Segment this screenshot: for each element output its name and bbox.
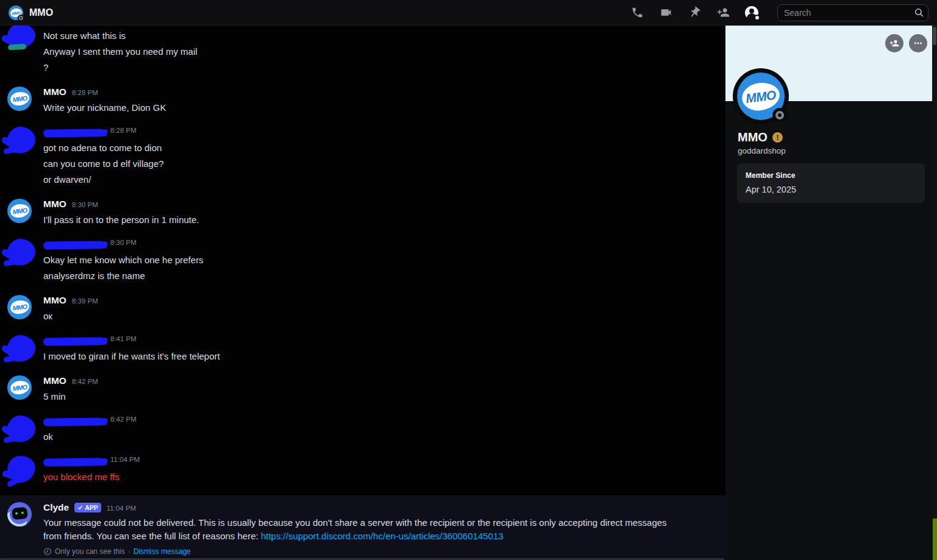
start-video-call-icon[interactable] xyxy=(659,6,672,19)
redacted-author-name[interactable] xyxy=(43,241,105,249)
offline-status-icon xyxy=(772,108,787,122)
clyde-avatar[interactable] xyxy=(7,502,32,526)
redacted-author-name[interactable] xyxy=(43,337,105,346)
offline-status-icon xyxy=(18,15,24,21)
message-group: 11:04 PM you blocked me ffs xyxy=(0,456,725,485)
search-input[interactable] xyxy=(777,4,928,21)
message-text: I'll pass it on to the person in 1 minut… xyxy=(43,212,716,228)
warning-badge-icon[interactable]: ! xyxy=(772,132,783,143)
message-timestamp: 8:30 PM xyxy=(110,239,137,246)
search-box xyxy=(777,4,928,21)
message-timestamp: 11:04 PM xyxy=(107,505,136,512)
redacted-avatar[interactable] xyxy=(5,414,37,444)
dm-title[interactable]: MMO xyxy=(29,7,53,18)
message-text: I moved to giran if he wants it's free t… xyxy=(43,349,716,364)
member-since-value: Apr 10, 2025 xyxy=(746,185,916,194)
profile-username: goddardshop xyxy=(738,146,786,155)
message-timestamp: 8:28 PM xyxy=(72,89,98,96)
add-friends-to-dm-icon[interactable] xyxy=(716,6,730,19)
add-friend-button[interactable] xyxy=(885,34,903,52)
user-profile-panel: MMO MMO ! goddardshop Member Since Apr 1… xyxy=(725,26,932,560)
search-icon xyxy=(914,7,924,18)
green-scrollbar-fragment xyxy=(933,519,937,560)
channel-header: MMO MMO xyxy=(0,0,937,26)
redacted-avatar[interactable] xyxy=(5,237,37,267)
message-scroller[interactable]: Not sure what this isAnyway I sent them … xyxy=(0,26,725,560)
redacted-author-name[interactable] xyxy=(43,417,105,426)
message-timestamp: 8:28 PM xyxy=(110,127,137,134)
author-name[interactable]: MMO xyxy=(43,375,66,386)
more-options-button[interactable] xyxy=(909,34,927,52)
redacted-avatar[interactable] xyxy=(5,333,37,363)
mmo-avatar[interactable]: MMO xyxy=(7,87,32,111)
message-list: Not sure what this isAnyway I sent them … xyxy=(0,28,725,485)
message-text: Okay let me know which one he prefers xyxy=(43,252,716,268)
message-text: can you come to d elf village? xyxy=(43,156,716,172)
message-group: 8:42 PM ok xyxy=(0,416,725,445)
message-timestamp: 8:39 PM xyxy=(72,297,98,305)
author-name[interactable]: MMO xyxy=(43,199,66,210)
message-group: MMO MMO8:28 PM Write your nickname, Dion… xyxy=(0,87,725,116)
message-timestamp: 8:30 PM xyxy=(72,201,98,208)
app-badge: APP xyxy=(74,503,101,512)
redacted-avatar[interactable] xyxy=(7,26,36,49)
message-text: ок xyxy=(43,308,716,324)
redacted-avatar[interactable] xyxy=(5,454,37,485)
message-text: Anyway I sent them you need my mail xyxy=(43,44,716,60)
message-text: 5 min xyxy=(43,389,716,405)
pinned-messages-icon[interactable] xyxy=(688,6,701,19)
message-group: 8:28 PM got no adena to come to dioncan … xyxy=(0,127,725,188)
message-timestamp: 11:04 PM xyxy=(110,456,140,463)
message-text: ok xyxy=(43,429,716,445)
author-name[interactable]: MMO xyxy=(43,87,66,97)
panel-scrollbar[interactable] xyxy=(932,26,937,560)
mmo-avatar[interactable]: MMO xyxy=(7,375,32,400)
message-timestamp: 8:42 PM xyxy=(72,378,98,385)
user-profile-icon[interactable] xyxy=(745,6,758,19)
member-since-card: Member Since Apr 10, 2025 xyxy=(737,163,925,203)
message-group: Not sure what this isAnyway I sent them … xyxy=(0,28,725,76)
clyde-ephemeral-message: Clyde APP 11:04 PM Your message could no… xyxy=(0,495,725,560)
discord-dm-window: MMO MMO xyxy=(0,0,937,560)
dm-avatar-small[interactable]: MMO xyxy=(9,5,23,20)
mmo-avatar[interactable]: MMO xyxy=(7,199,32,223)
scrollbar-thumb[interactable] xyxy=(933,27,936,45)
member-since-label: Member Since xyxy=(746,171,916,180)
ephemeral-note: Only you can see this xyxy=(55,547,125,556)
message-group: MMO MMO8:42 PM 5 min xyxy=(0,375,725,405)
redacted-author-name[interactable] xyxy=(43,458,105,466)
ephemeral-clock-icon xyxy=(43,547,52,556)
message-text: Not sure what this is xyxy=(43,28,716,44)
message-group: MMO MMO8:39 PM ок xyxy=(0,295,725,324)
mmo-avatar[interactable]: MMO xyxy=(7,295,32,319)
author-name[interactable]: MMO xyxy=(43,295,66,306)
failed-message-text: you blocked me ffs xyxy=(43,469,716,485)
dismiss-message-link[interactable]: Dismiss message xyxy=(134,547,191,556)
message-text: or dwarven/ xyxy=(43,172,716,188)
message-text: got no adena to come to dion xyxy=(43,140,716,156)
redacted-author-name[interactable] xyxy=(43,129,105,137)
support-article-link[interactable]: https://support.discord.com/hc/en-us/art… xyxy=(261,531,504,541)
message-group: MMO MMO8:30 PM I'll pass it on to the pe… xyxy=(0,199,725,228)
redacted-avatar[interactable] xyxy=(5,125,37,155)
message-timestamp: 8:41 PM xyxy=(110,335,137,342)
message-text: ? xyxy=(43,60,716,76)
start-voice-call-icon[interactable] xyxy=(630,6,644,19)
message-text: analyserdmz is the name xyxy=(43,268,716,284)
message-timestamp: 8:42 PM xyxy=(110,416,137,423)
clyde-message-text: Your message could not be delivered. Thi… xyxy=(43,516,681,543)
message-group: 8:41 PM I moved to giran if he wants it'… xyxy=(0,335,725,364)
message-group: 8:30 PM Okay let me know which one he pr… xyxy=(0,239,725,284)
clyde-name[interactable]: Clyde xyxy=(43,502,69,513)
profile-avatar[interactable]: MMO xyxy=(733,68,789,124)
profile-display-name: MMO xyxy=(738,130,768,144)
message-text: Write your nickname, Dion GK xyxy=(43,100,716,116)
